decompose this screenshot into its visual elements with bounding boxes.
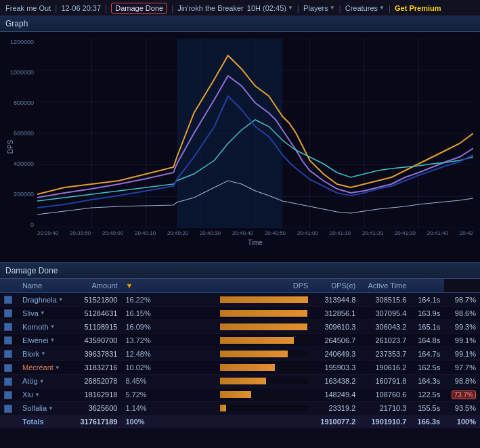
name-dropdown-arrow[interactable]: ▼ xyxy=(55,365,60,371)
name-dropdown-arrow[interactable]: ▼ xyxy=(48,405,53,411)
col-dps[interactable]: DPS xyxy=(216,279,312,293)
row-bar-cell xyxy=(216,347,312,361)
row-checkbox-cell[interactable] xyxy=(0,307,18,320)
row-pct: 1.14% xyxy=(121,401,216,415)
row-bar-fill xyxy=(220,405,226,411)
col-bar[interactable]: ▼ xyxy=(121,279,216,293)
chart-svg xyxy=(37,39,473,228)
name-dropdown-arrow[interactable]: ▼ xyxy=(35,392,40,398)
nav-premium[interactable]: Get Premium xyxy=(395,4,441,12)
nav-sep3: | xyxy=(171,3,173,13)
row-checkbox[interactable] xyxy=(4,364,12,372)
row-bar-cell xyxy=(216,307,312,320)
sort-arrow-icon: ▼ xyxy=(125,282,133,290)
col-amount[interactable]: Amount xyxy=(72,279,121,293)
row-bar-cell xyxy=(216,388,312,401)
row-bar xyxy=(220,351,308,357)
row-bar-fill xyxy=(220,351,288,357)
row-checkbox[interactable] xyxy=(4,296,12,304)
row-checkbox[interactable] xyxy=(4,350,12,358)
row-bar-fill xyxy=(220,364,275,371)
name-dropdown[interactable]: Atög▼ xyxy=(22,377,68,385)
row-name[interactable]: Mécréant▼ xyxy=(18,361,72,374)
name-dropdown-arrow[interactable]: ▼ xyxy=(39,378,45,384)
table-section: Damage Done Name Amount ▼ DPS DPS(e) Act… xyxy=(0,263,480,428)
row-name[interactable]: Sliva▼ xyxy=(18,307,72,320)
row-checkbox-cell[interactable] xyxy=(0,361,18,374)
row-checkbox-cell[interactable] xyxy=(0,320,18,334)
row-name[interactable]: Solfalia▼ xyxy=(18,401,72,415)
row-pct: 12.48% xyxy=(121,347,216,361)
name-dropdown-arrow[interactable]: ▼ xyxy=(58,296,64,303)
row-bar-fill xyxy=(220,378,266,384)
y-label-5: 200000 xyxy=(14,191,34,198)
x-label-4: 20:40:20 xyxy=(167,230,188,236)
table-row: Blork▼ 39637831 12.48% 240649.3 237353.7… xyxy=(0,347,480,361)
row-bar xyxy=(220,296,308,303)
totals-pct: 100% xyxy=(121,415,216,428)
row-dps: 312856.1 xyxy=(312,307,359,320)
row-name[interactable]: Atög▼ xyxy=(18,374,72,388)
nav-players-dropdown[interactable]: Players ▼ xyxy=(303,4,335,12)
row-active-time: 163.9s xyxy=(410,307,444,320)
name-dropdown[interactable]: Xiu▼ xyxy=(22,390,68,399)
name-dropdown-arrow[interactable]: ▼ xyxy=(50,323,56,330)
row-checkbox-cell[interactable] xyxy=(0,388,18,401)
row-checkbox-cell[interactable] xyxy=(0,334,18,347)
name-dropdown-arrow[interactable]: ▼ xyxy=(50,337,56,343)
name-dropdown-arrow[interactable]: ▼ xyxy=(41,351,46,357)
nav-timestamp: 12-06 20:37 xyxy=(61,4,101,12)
row-checkbox[interactable] xyxy=(4,336,12,344)
name-dropdown[interactable]: Kornoth▼ xyxy=(22,323,68,331)
row-checkbox[interactable] xyxy=(4,391,12,399)
nav-app-name[interactable]: Freak me Out xyxy=(5,4,51,12)
nav-damage-done[interactable]: Damage Done xyxy=(111,3,167,14)
col-active-time[interactable]: Active Time xyxy=(359,279,410,293)
row-checkbox[interactable] xyxy=(4,378,12,386)
row-amount: 51284631 xyxy=(72,307,121,320)
row-checkbox-cell[interactable] xyxy=(0,401,18,415)
row-checkbox-cell[interactable] xyxy=(0,347,18,361)
row-checkbox[interactable] xyxy=(4,405,12,413)
name-dropdown[interactable]: Draghnela▼ xyxy=(22,296,68,304)
nav-creatures-label: Creatures xyxy=(345,4,378,12)
row-dpse: 237353.7 xyxy=(359,347,410,361)
name-dropdown[interactable]: Mécréant▼ xyxy=(22,363,68,372)
row-dpse: 160791.8 xyxy=(359,374,410,388)
row-bar-cell xyxy=(216,361,312,374)
graph-container[interactable]: 1200000 1000000 800000 600000 400000 200… xyxy=(0,32,480,262)
x-label-6: 20:40:40 xyxy=(232,230,253,236)
nav-boss-dropdown[interactable]: Jin'rokh the Breaker 10H (02:45) ▼ xyxy=(177,4,293,12)
y-label-4: 400000 xyxy=(14,160,34,167)
row-checkbox-cell[interactable] xyxy=(0,374,18,388)
row-dps: 163438.2 xyxy=(312,374,359,388)
table-row: Xiu▼ 18162918 5.72% 148249.4 108760.6 12… xyxy=(0,388,480,401)
row-active-time: 122.5s xyxy=(410,388,444,401)
name-dropdown[interactable]: Elwënei▼ xyxy=(22,336,68,344)
row-name[interactable]: Elwënei▼ xyxy=(18,334,72,347)
nav-creatures-dropdown[interactable]: Creatures ▼ xyxy=(345,4,385,12)
col-name[interactable]: Name xyxy=(18,279,72,293)
name-dropdown[interactable]: Sliva▼ xyxy=(22,309,68,317)
row-bar-cell xyxy=(216,374,312,388)
table-header-row: Name Amount ▼ DPS DPS(e) Active Time xyxy=(0,279,480,293)
row-name[interactable]: Kornoth▼ xyxy=(18,320,72,334)
row-checkbox[interactable] xyxy=(4,323,12,331)
row-bar xyxy=(220,337,308,344)
row-name[interactable]: Xiu▼ xyxy=(18,388,72,401)
row-name[interactable]: Blork▼ xyxy=(18,347,72,361)
row-dpse: 190616.2 xyxy=(359,361,410,374)
row-bar-cell xyxy=(216,293,312,307)
highlight-badge: 73.7% xyxy=(452,390,476,399)
x-label-0: 20:39:40 xyxy=(37,230,58,236)
table-row: Sliva▼ 51284631 16.15% 312856.1 307095.4… xyxy=(0,307,480,320)
name-dropdown[interactable]: Solfalia▼ xyxy=(22,404,68,412)
row-name[interactable]: Draghnela▼ xyxy=(18,293,72,307)
col-dpse[interactable]: DPS(e) xyxy=(312,279,359,293)
row-checkbox-cell[interactable] xyxy=(0,293,18,307)
row-bar-cell xyxy=(216,334,312,347)
name-dropdown[interactable]: Blork▼ xyxy=(22,350,68,358)
name-dropdown-arrow[interactable]: ▼ xyxy=(40,310,45,316)
nav-sep5: | xyxy=(339,3,341,13)
row-checkbox[interactable] xyxy=(4,309,12,317)
